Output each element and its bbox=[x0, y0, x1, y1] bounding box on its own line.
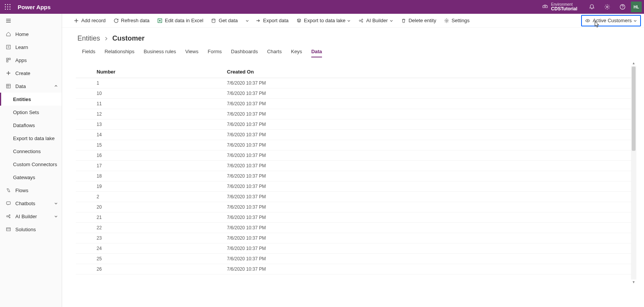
table-row[interactable]: 237/6/2020 10:37 PM bbox=[76, 233, 636, 243]
tab-relationships[interactable]: Relationships bbox=[100, 46, 139, 58]
cell-number: 22 bbox=[93, 223, 223, 233]
nav-gateways[interactable]: Gateways bbox=[0, 171, 62, 184]
nav-data[interactable]: Data bbox=[0, 80, 62, 93]
nav-chatbots[interactable]: Chatbots bbox=[0, 197, 62, 210]
nav-option-sets-label: Option Sets bbox=[13, 109, 39, 115]
nav-solutions[interactable]: Solutions bbox=[0, 223, 62, 236]
cell-number: 14 bbox=[93, 130, 223, 140]
table-row[interactable]: 127/6/2020 10:37 PM bbox=[76, 109, 636, 119]
table-row[interactable]: 157/6/2020 10:37 PM bbox=[76, 140, 636, 150]
vertical-scrollbar[interactable]: ▲ ▼ bbox=[631, 66, 636, 279]
nav-ai-builder[interactable]: AI Builder bbox=[0, 210, 62, 223]
table-row[interactable]: 257/6/2020 10:37 PM bbox=[76, 254, 636, 264]
table-row[interactable]: 107/6/2020 10:37 PM bbox=[76, 88, 636, 99]
nav-apps-label: Apps bbox=[15, 57, 27, 63]
scroll-down-icon[interactable]: ▼ bbox=[631, 279, 636, 285]
data-lake-icon bbox=[296, 18, 302, 23]
nav-dataflows[interactable]: Dataflows bbox=[0, 119, 62, 132]
tab-dashboards[interactable]: Dashboards bbox=[227, 46, 263, 58]
collapse-nav-button[interactable] bbox=[0, 14, 62, 28]
svg-point-0 bbox=[5, 4, 6, 5]
refresh-icon bbox=[113, 18, 119, 23]
tab-charts[interactable]: Charts bbox=[263, 46, 286, 58]
ai-builder-label: AI Builder bbox=[366, 18, 388, 23]
table-row[interactable]: 187/6/2020 10:37 PM bbox=[76, 171, 636, 181]
svg-point-31 bbox=[587, 20, 588, 21]
flows-icon bbox=[5, 188, 12, 193]
nav-flows[interactable]: Flows bbox=[0, 184, 62, 197]
delete-entity-label: Delete entity bbox=[409, 18, 436, 23]
settings-button[interactable]: Settings bbox=[440, 14, 473, 27]
add-record-button[interactable]: Add record bbox=[70, 14, 110, 27]
app-title: Power Apps bbox=[18, 4, 51, 10]
tab-data[interactable]: Data bbox=[307, 46, 327, 58]
table-row[interactable]: 217/6/2020 10:37 PM bbox=[76, 212, 636, 223]
svg-rect-14 bbox=[7, 45, 10, 49]
export-data-button[interactable]: Export data bbox=[251, 14, 292, 27]
svg-rect-9 bbox=[543, 6, 545, 8]
refresh-data-button[interactable]: Refresh data bbox=[110, 14, 153, 27]
edit-in-excel-button[interactable]: Edit data in Excel bbox=[153, 14, 207, 27]
table-row[interactable]: 177/6/2020 10:37 PM bbox=[76, 161, 636, 171]
chevron-down-icon bbox=[54, 214, 58, 218]
table-row[interactable]: 27/6/2020 10:37 PM bbox=[76, 192, 636, 202]
ai-builder-icon bbox=[358, 18, 364, 23]
cell-number: 12 bbox=[93, 109, 223, 119]
svg-point-3 bbox=[5, 7, 6, 8]
tab-fields[interactable]: Fields bbox=[77, 46, 100, 58]
col-header-created[interactable]: Created On bbox=[223, 66, 636, 78]
nav-data-label: Data bbox=[15, 83, 26, 89]
nav-home[interactable]: Home bbox=[0, 28, 62, 41]
nav-dataflows-label: Dataflows bbox=[13, 122, 35, 128]
plus-icon bbox=[5, 70, 12, 76]
get-data-button[interactable]: Get data bbox=[207, 14, 242, 27]
scroll-up-icon[interactable]: ▲ bbox=[631, 60, 636, 66]
cell-number: 2 bbox=[93, 192, 223, 202]
table-row[interactable]: 147/6/2020 10:37 PM bbox=[76, 130, 636, 140]
nav-create[interactable]: Create bbox=[0, 67, 62, 80]
delete-entity-button[interactable]: Delete entity bbox=[397, 14, 440, 27]
nav-apps[interactable]: Apps bbox=[0, 54, 62, 67]
tab-business-rules[interactable]: Business rules bbox=[139, 46, 181, 58]
table-row[interactable]: 267/6/2020 10:37 PM bbox=[76, 264, 636, 274]
nav-entities[interactable]: Entities bbox=[0, 93, 62, 106]
view-selector-label: Active Customers bbox=[593, 18, 632, 23]
tab-views[interactable]: Views bbox=[181, 46, 203, 58]
export-to-data-lake-button[interactable]: Export to data lake bbox=[292, 14, 355, 27]
help-button[interactable] bbox=[615, 4, 630, 10]
cell-created: 7/6/2020 10:37 PM bbox=[223, 161, 636, 171]
notifications-button[interactable] bbox=[584, 4, 600, 10]
nav-export-lake-label: Export to data lake bbox=[13, 136, 54, 141]
nav-export-lake[interactable]: Export to data lake bbox=[0, 132, 62, 145]
nav-learn[interactable]: Learn bbox=[0, 41, 62, 54]
table-row[interactable]: 197/6/2020 10:37 PM bbox=[76, 181, 636, 192]
nav-custom-connectors[interactable]: Custom Connectors bbox=[0, 158, 62, 171]
nav-connections[interactable]: Connections bbox=[0, 145, 62, 158]
environment-picker[interactable]: Environment CDSTutorial bbox=[542, 2, 577, 11]
tab-keys[interactable]: Keys bbox=[286, 46, 307, 58]
tab-forms[interactable]: Forms bbox=[203, 46, 227, 58]
table-row[interactable]: 167/6/2020 10:37 PM bbox=[76, 150, 636, 161]
sidebar: Home Learn Apps Create Data Entities Opt… bbox=[0, 14, 62, 307]
view-selector-dropdown[interactable]: Active Customers bbox=[581, 15, 641, 26]
ai-builder-button[interactable]: AI Builder bbox=[355, 14, 397, 27]
table-row[interactable]: 227/6/2020 10:37 PM bbox=[76, 223, 636, 233]
table-row[interactable]: 117/6/2020 10:37 PM bbox=[76, 99, 636, 109]
table-row[interactable]: 17/6/2020 10:37 PM bbox=[76, 78, 636, 88]
get-data-split-button[interactable] bbox=[242, 14, 251, 27]
user-avatar[interactable]: HL bbox=[631, 2, 642, 12]
settings-button[interactable] bbox=[600, 4, 615, 10]
table-row[interactable]: 137/6/2020 10:37 PM bbox=[76, 119, 636, 130]
svg-point-4 bbox=[7, 7, 8, 8]
breadcrumb-leaf: Customer bbox=[112, 34, 145, 42]
breadcrumb-root[interactable]: Entities bbox=[77, 34, 100, 42]
scrollbar-thumb[interactable] bbox=[632, 67, 636, 151]
table-row[interactable]: 207/6/2020 10:37 PM bbox=[76, 202, 636, 212]
excel-icon bbox=[157, 18, 163, 23]
svg-point-13 bbox=[622, 8, 623, 8]
col-header-number[interactable]: Number bbox=[93, 66, 223, 78]
app-launcher-button[interactable] bbox=[0, 4, 15, 10]
table-row[interactable]: 247/6/2020 10:37 PM bbox=[76, 243, 636, 254]
svg-point-5 bbox=[10, 7, 11, 8]
nav-option-sets[interactable]: Option Sets bbox=[0, 106, 62, 119]
